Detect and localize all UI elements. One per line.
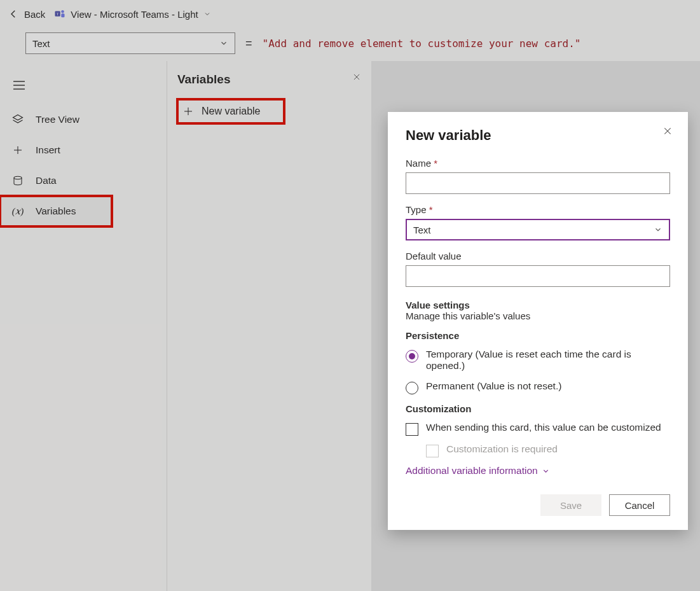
nav-label: Variables [36, 205, 76, 217]
nav-label: Data [36, 175, 57, 186]
chevron-down-icon [542, 467, 550, 475]
checkbox-disabled-icon [426, 445, 439, 457]
default-value-label: Default value [406, 251, 670, 261]
formula-value: "Add and remove element to customize you… [263, 38, 581, 50]
value-settings-header: Value settings [406, 300, 670, 310]
persistence-temporary-option[interactable]: Temporary (Value is reset each time the … [406, 349, 670, 372]
link-label: Additional variable information [406, 465, 538, 476]
svg-point-10 [14, 176, 22, 179]
close-panel-button[interactable] [352, 73, 361, 81]
view-theme-label: View - Microsoft Teams - Light [71, 9, 198, 20]
nav-label: Tree View [36, 114, 79, 125]
nav-item-data[interactable]: Data [0, 165, 167, 196]
nav-item-tree-view[interactable]: Tree View [0, 104, 167, 135]
back-arrow-icon [8, 8, 19, 20]
type-select-value: Text [413, 225, 431, 235]
property-selector-value: Text [32, 38, 50, 49]
checkbox-icon [406, 423, 418, 436]
cancel-button[interactable]: Cancel [609, 494, 670, 516]
teams-icon: T [54, 8, 65, 20]
variables-panel-title: Variables [177, 73, 361, 87]
layers-icon [11, 113, 24, 126]
radio-label: Permanent (Value is not reset.) [426, 380, 561, 392]
chevron-down-icon [203, 10, 211, 18]
customization-required-checkbox: Customization is required [426, 443, 670, 457]
equals-label: = [242, 37, 256, 50]
radio-selected-icon [406, 350, 418, 363]
value-settings-subtext: Manage this variable's values [406, 310, 670, 321]
customize-checkbox[interactable]: When sending this card, this value can b… [406, 422, 670, 436]
view-theme-switcher[interactable]: T View - Microsoft Teams - Light [54, 8, 210, 20]
persistence-header: Persistence [406, 330, 670, 341]
left-rail: Tree View Insert Data (𝑥) Variables [0, 61, 167, 591]
checkbox-label: Customization is required [446, 443, 558, 455]
cancel-label: Cancel [625, 500, 655, 511]
new-variable-label: New variable [202, 106, 260, 117]
hamburger-button[interactable] [6, 73, 32, 98]
variables-panel: Variables New variable [167, 61, 371, 591]
svg-marker-7 [13, 115, 23, 120]
default-value-input[interactable] [406, 265, 670, 287]
nav-item-variables[interactable]: (𝑥) Variables [0, 196, 112, 226]
save-button[interactable]: Save [540, 494, 601, 516]
back-button[interactable]: Back [8, 8, 45, 20]
svg-rect-2 [62, 13, 65, 17]
back-label: Back [24, 9, 45, 20]
variable-icon: (𝑥) [11, 205, 24, 217]
radio-unselected-icon [406, 382, 418, 394]
name-input[interactable] [406, 172, 670, 194]
dialog-close-button[interactable] [662, 126, 673, 136]
nav-item-insert[interactable]: Insert [0, 135, 167, 165]
plus-icon [182, 106, 194, 117]
nav-label: Insert [36, 144, 60, 156]
database-icon [11, 175, 24, 186]
chevron-down-icon [654, 225, 662, 234]
new-variable-button[interactable]: New variable [177, 99, 284, 123]
checkbox-label: When sending this card, this value can b… [426, 422, 661, 433]
name-label: Name * [406, 158, 670, 169]
save-label: Save [560, 500, 582, 511]
svg-text:T: T [57, 12, 59, 16]
svg-point-1 [62, 10, 65, 13]
additional-info-toggle[interactable]: Additional variable information [406, 465, 670, 476]
radio-label: Temporary (Value is reset each time the … [426, 349, 670, 372]
new-variable-dialog: New variable Name * Type * Text Default … [388, 112, 688, 530]
customization-header: Customization [406, 403, 670, 414]
formula-input[interactable]: "Add and remove element to customize you… [263, 32, 675, 54]
property-selector[interactable]: Text [25, 32, 235, 54]
type-label: Type * [406, 204, 670, 215]
persistence-permanent-option[interactable]: Permanent (Value is not reset.) [406, 380, 670, 394]
chevron-down-icon [219, 39, 228, 48]
type-select[interactable]: Text [406, 219, 670, 240]
dialog-title: New variable [406, 127, 670, 144]
plus-icon [11, 144, 24, 156]
